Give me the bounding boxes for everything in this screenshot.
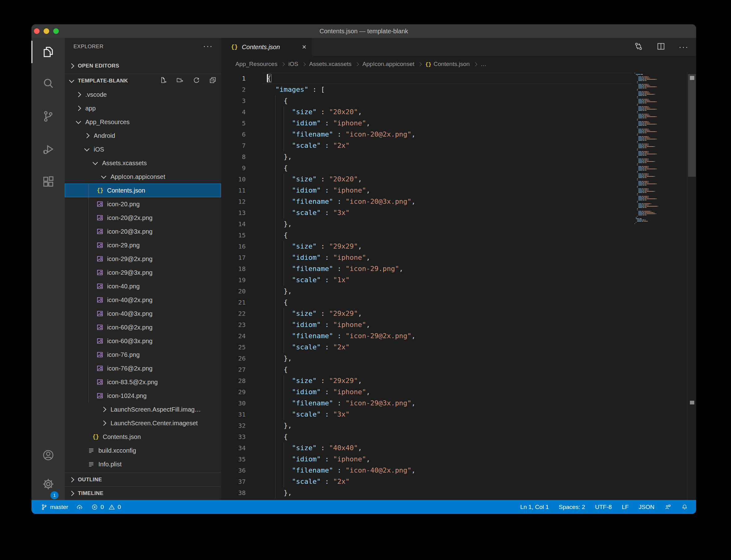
- language-mode-item[interactable]: JSON: [639, 504, 654, 511]
- code-line[interactable]: 34 "size" : "40x40",: [221, 442, 696, 454]
- code-line[interactable]: 23 "idiom" : "iphone",: [221, 319, 696, 330]
- code-line[interactable]: 32 },: [221, 420, 696, 431]
- code-line[interactable]: 37 "scale" : "2x": [221, 476, 696, 487]
- line-number: 7: [221, 140, 246, 151]
- code-line[interactable]: 16 "size" : "29x29",: [221, 241, 696, 252]
- code-line[interactable]: 3 {: [221, 95, 696, 106]
- code-line[interactable]: 1{: [221, 73, 696, 84]
- tab-contents-json[interactable]: {} Contents.json ×: [221, 38, 312, 56]
- code-line[interactable]: 22 "size" : "29x29",: [221, 308, 696, 319]
- tree-item-folder[interactable]: app: [65, 101, 221, 115]
- tree-item-folder[interactable]: Assets.xcassets: [65, 156, 221, 170]
- breadcrumb-item[interactable]: iOS: [288, 61, 298, 68]
- code-line[interactable]: 14 },: [221, 218, 696, 230]
- tree-item-folder[interactable]: iOS: [65, 142, 221, 156]
- tree-item-folder[interactable]: LaunchScreen.AspectFill.imag…: [65, 403, 221, 416]
- code-line[interactable]: 35 "idiom" : "iphone",: [221, 454, 696, 465]
- code-line[interactable]: 8 },: [221, 151, 696, 162]
- split-editor-icon[interactable]: [656, 42, 666, 52]
- code-line[interactable]: 2 "images" : [: [221, 84, 696, 95]
- breadcrumb-item[interactable]: Assets.xcassets: [309, 61, 351, 68]
- code-line[interactable]: 19 "scale" : "1x": [221, 274, 696, 286]
- code-line[interactable]: 25 "scale" : "2x": [221, 342, 696, 353]
- code-line[interactable]: 27 {: [221, 364, 696, 375]
- code-line[interactable]: 29 "idiom" : "iphone",: [221, 386, 696, 398]
- tree-item-folder[interactable]: LaunchScreen.Center.imageset: [65, 416, 221, 430]
- tree-item-folder[interactable]: .vscode: [65, 88, 221, 101]
- git-branch-item[interactable]: master: [41, 504, 68, 511]
- code-line[interactable]: 7 "scale" : "2x": [221, 140, 696, 151]
- editor-more-actions-icon[interactable]: ···: [679, 42, 689, 52]
- settings-gear-icon[interactable]: 1: [31, 470, 65, 498]
- settings-badge: 1: [50, 491, 59, 499]
- search-icon[interactable]: [31, 69, 65, 97]
- code-line[interactable]: 36 "filename" : "icon-40@2x.png",: [221, 465, 696, 476]
- window-title: Contents.json — template-blank: [31, 24, 696, 38]
- code-line[interactable]: 13 "scale" : "3x": [221, 207, 696, 218]
- run-debug-icon[interactable]: [31, 135, 65, 163]
- open-changes-icon[interactable]: [634, 42, 643, 52]
- encoding-item[interactable]: UTF-8: [595, 504, 612, 511]
- eol-item[interactable]: LF: [622, 504, 629, 511]
- tree-item-file[interactable]: {}Contents.json: [65, 430, 221, 444]
- refresh-icon[interactable]: [192, 76, 200, 86]
- timeline-section[interactable]: TIMELINE: [65, 487, 221, 500]
- source-control-icon[interactable]: [31, 102, 65, 130]
- titlebar[interactable]: Contents.json — template-blank: [31, 24, 696, 38]
- vertical-scrollbar[interactable]: [687, 72, 696, 500]
- cursor-position-item[interactable]: Ln 1, Col 1: [520, 504, 549, 511]
- minimap[interactable]: [632, 72, 687, 500]
- open-editors-section[interactable]: OPEN EDITORS: [65, 59, 221, 73]
- code-line[interactable]: 4 "size" : "20x20",: [221, 106, 696, 118]
- code-line[interactable]: 31 "scale" : "3x": [221, 409, 696, 420]
- code-line[interactable]: 21 {: [221, 297, 696, 308]
- breadcrumb-item[interactable]: AppIcon.appiconset: [362, 61, 415, 68]
- indentation-item[interactable]: Spaces: 2: [559, 504, 585, 511]
- code-area[interactable]: 1{2 "images" : [3 {4 "size" : "20x20",5 …: [221, 72, 696, 500]
- code-line[interactable]: 28 "size" : "29x29",: [221, 375, 696, 386]
- code-line[interactable]: 5 "idiom" : "iphone",: [221, 118, 696, 129]
- outline-section[interactable]: OUTLINE: [65, 473, 221, 487]
- tree-item-folder[interactable]: App_Resources: [65, 115, 221, 129]
- code-line[interactable]: 6 "filename" : "icon-20@2x.png",: [221, 129, 696, 140]
- project-section-header[interactable]: TEMPLATE-BLANK: [65, 74, 221, 88]
- code-line[interactable]: 33 {: [221, 431, 696, 442]
- notifications-bell-icon[interactable]: [681, 504, 688, 511]
- code-line[interactable]: 10 "size" : "20x20",: [221, 174, 696, 185]
- tree-item-file[interactable]: build.xcconfig: [65, 444, 221, 457]
- code-line[interactable]: 15 {: [221, 230, 696, 241]
- new-folder-icon[interactable]: [176, 76, 184, 86]
- tree-item-folder[interactable]: AppIcon.appiconset: [65, 170, 221, 184]
- code-line[interactable]: 18 "filename" : "icon-29.png",: [221, 263, 696, 274]
- collapse-folders-icon[interactable]: [209, 76, 217, 86]
- explorer-more-actions-icon[interactable]: ···: [203, 38, 213, 54]
- tree-item-file[interactable]: Info.plist: [65, 457, 221, 471]
- code-line[interactable]: 24 "filename" : "icon-29@2x.png",: [221, 330, 696, 342]
- breadcrumb-item[interactable]: …: [481, 61, 487, 68]
- code-line[interactable]: 20 },: [221, 286, 696, 297]
- code-line[interactable]: 38 },: [221, 487, 696, 498]
- breadcrumb-item[interactable]: App_Resources: [235, 61, 277, 68]
- code-line[interactable]: 9 {: [221, 162, 696, 174]
- tree-item-label: Android: [94, 132, 115, 139]
- explorer-icon[interactable]: [31, 38, 65, 66]
- indent-guide: [283, 330, 284, 342]
- extensions-icon[interactable]: [31, 168, 65, 196]
- scrollbar-thumb[interactable]: [688, 74, 696, 177]
- code-line[interactable]: 12 "filename" : "icon-20@3x.png",: [221, 196, 696, 207]
- feedback-icon[interactable]: [664, 504, 671, 511]
- close-tab-icon[interactable]: ×: [302, 43, 306, 51]
- code-line[interactable]: 26 },: [221, 353, 696, 364]
- code-line[interactable]: 17 "idiom" : "iphone",: [221, 252, 696, 263]
- tree-item-label: icon-60@2x.png: [107, 324, 152, 331]
- sidebar-title: EXPLORER: [73, 44, 104, 49]
- breadcrumb-item[interactable]: {}Contents.json: [425, 61, 470, 68]
- code-line[interactable]: 11 "idiom" : "iphone",: [221, 185, 696, 196]
- new-file-icon[interactable]: [159, 76, 167, 86]
- sync-changes-item[interactable]: [76, 504, 83, 511]
- chevron-right-icon: [76, 106, 81, 111]
- problems-item[interactable]: 0 0: [91, 504, 121, 511]
- tree-item-folder[interactable]: Android: [65, 129, 221, 142]
- account-icon[interactable]: [31, 441, 65, 469]
- code-line[interactable]: 30 "filename" : "icon-29@3x.png",: [221, 398, 696, 409]
